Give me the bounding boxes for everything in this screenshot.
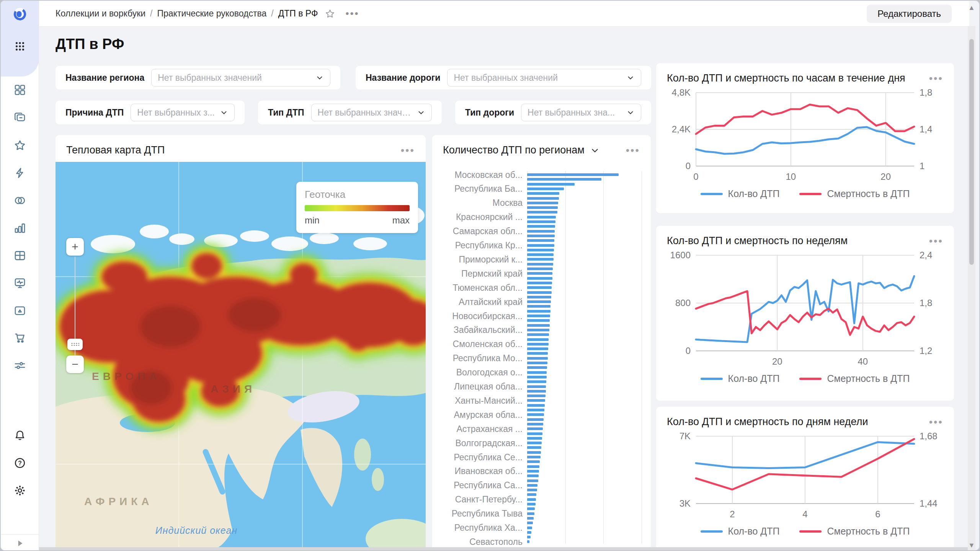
bar[interactable] — [527, 296, 551, 298]
bar[interactable] — [527, 173, 619, 176]
favorite-star-icon[interactable] — [325, 8, 335, 19]
bar[interactable] — [527, 324, 550, 327]
filter-road-type-select[interactable]: Нет выбранных зна... — [521, 104, 641, 121]
bar[interactable] — [527, 315, 550, 317]
filter-road-select[interactable]: Нет выбранных значений — [447, 69, 641, 86]
bar[interactable] — [527, 442, 542, 444]
heatmap-map[interactable]: ЕВРОПА АЗИЯ АФРИКА Индийский океан Геото… — [56, 162, 426, 551]
bar[interactable] — [527, 263, 553, 266]
marketplace-icon[interactable] — [13, 331, 27, 345]
bar[interactable] — [527, 437, 542, 440]
bar[interactable] — [527, 272, 552, 275]
by-hour-line-chart[interactable]: 02,4K4,8K11,41,801020 — [665, 87, 945, 184]
bar[interactable] — [527, 366, 547, 369]
dashboards-icon[interactable] — [13, 83, 27, 97]
bar[interactable] — [527, 253, 554, 256]
bar[interactable] — [527, 512, 534, 515]
bar[interactable] — [527, 300, 551, 303]
bar[interactable] — [527, 536, 531, 538]
bar[interactable] — [527, 418, 544, 421]
scroll-up-icon[interactable]: ▲ — [968, 4, 975, 12]
bar[interactable] — [527, 456, 541, 458]
filter-region-select[interactable]: Нет выбранных значений — [151, 69, 330, 86]
chevron-down-icon[interactable] — [590, 145, 600, 155]
widget-menu-icon[interactable]: ••• — [929, 239, 943, 243]
bar[interactable] — [527, 484, 537, 487]
bar[interactable] — [527, 225, 555, 228]
bar[interactable] — [527, 460, 540, 463]
filter-accident-type-select[interactable]: Нет выбранных значе... — [311, 104, 432, 121]
bar[interactable] — [527, 329, 549, 331]
bar[interactable] — [527, 493, 536, 496]
bar[interactable] — [527, 404, 545, 407]
bar[interactable] — [527, 267, 553, 270]
bar[interactable] — [527, 178, 601, 181]
bar[interactable] — [527, 465, 539, 468]
workbooks-icon[interactable] — [13, 110, 27, 125]
connections-icon[interactable] — [13, 193, 27, 208]
legend-item[interactable]: Кол-во ДТП — [701, 526, 780, 537]
bar[interactable] — [527, 432, 542, 435]
bar[interactable] — [527, 244, 554, 247]
bar[interactable] — [527, 197, 559, 200]
bar[interactable] — [527, 277, 552, 280]
bar[interactable] — [527, 258, 554, 261]
bar[interactable] — [527, 343, 549, 346]
bar[interactable] — [527, 409, 544, 411]
bar[interactable] — [527, 319, 550, 322]
bar[interactable] — [527, 183, 575, 186]
bar[interactable] — [527, 399, 545, 402]
bar[interactable] — [527, 376, 547, 378]
breadcrumb-collections[interactable]: Коллекции и воркбуки — [56, 8, 145, 19]
bar[interactable] — [527, 220, 555, 223]
bar[interactable] — [527, 413, 544, 416]
scrollbar-thumb[interactable] — [969, 39, 974, 265]
by-day-line-chart[interactable]: 3K7K1,441,68246 — [665, 431, 945, 521]
horizontal-scrollbar[interactable] — [39, 547, 968, 550]
monitoring-icon[interactable] — [13, 276, 27, 290]
bar[interactable] — [527, 427, 543, 430]
map-zoom-out-button[interactable]: − — [66, 355, 84, 373]
legend-item[interactable]: Кол-во ДТП — [701, 373, 780, 384]
bar[interactable] — [527, 371, 547, 374]
bar[interactable] — [527, 531, 531, 534]
datalens-logo[interactable] — [13, 7, 27, 21]
bar[interactable] — [527, 380, 546, 383]
bar[interactable] — [527, 498, 536, 501]
charts-icon[interactable] — [13, 221, 27, 235]
bar[interactable] — [527, 390, 546, 393]
services-settings-icon[interactable] — [13, 358, 27, 373]
filter-cause-select[interactable]: Нет выбранных з... — [131, 104, 235, 121]
bar[interactable] — [527, 286, 552, 289]
scroll-down-icon[interactable]: ▼ — [968, 541, 975, 549]
edit-button[interactable]: Редактировать — [867, 5, 952, 23]
widget-menu-icon[interactable]: ••• — [401, 148, 415, 152]
settings-icon[interactable] — [13, 483, 27, 498]
bar[interactable] — [527, 338, 549, 341]
legend-item[interactable]: Смертность в ДТП — [799, 373, 910, 384]
bar[interactable] — [527, 522, 533, 524]
bar[interactable] — [527, 540, 529, 543]
bar[interactable] — [527, 395, 546, 397]
bar[interactable] — [527, 423, 543, 425]
bar[interactable] — [527, 239, 554, 242]
bar[interactable] — [527, 474, 539, 477]
help-icon[interactable]: ? — [13, 456, 27, 470]
bar[interactable] — [527, 451, 541, 454]
by-week-line-chart[interactable]: 080016001,21,82,42040 — [665, 250, 945, 368]
widget-menu-icon[interactable]: ••• — [929, 77, 943, 80]
bar[interactable] — [527, 282, 552, 284]
bar[interactable] — [527, 187, 564, 190]
bar[interactable] — [527, 507, 535, 510]
tables-icon[interactable] — [13, 248, 27, 263]
breadcrumb-menu-icon[interactable]: ••• — [345, 8, 359, 20]
bar[interactable] — [527, 527, 532, 529]
bar[interactable] — [527, 503, 536, 505]
breadcrumb-guides[interactable]: Практические руководства — [157, 8, 266, 19]
expand-panel-icon[interactable] — [15, 538, 25, 548]
bar[interactable] — [527, 235, 555, 237]
bar[interactable] — [527, 211, 557, 214]
bar[interactable] — [527, 192, 559, 195]
map-zoom-in-button[interactable]: + — [66, 238, 84, 256]
files-icon[interactable] — [13, 303, 27, 318]
